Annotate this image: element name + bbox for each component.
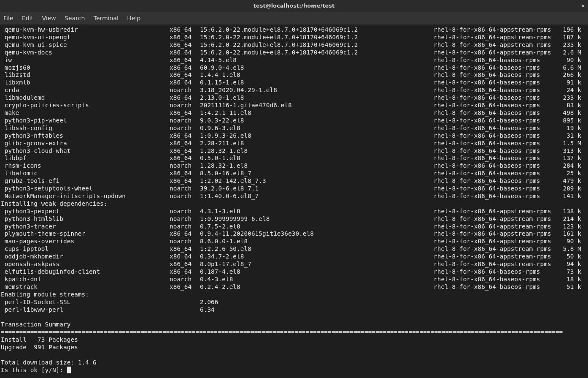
package-row: plymouth-theme-spinnerx86_640.9.4-11.202…	[1, 230, 585, 238]
pkg-version: 1:1.40.0-6.el8_7	[200, 193, 434, 200]
pkg-version: 2.28-211.el8	[200, 140, 434, 147]
pkg-version: 15:6.2.0-22.module+el8.7.0+18170+646069c…	[200, 49, 434, 57]
package-row: qemu-kvm-ui-openglx86_6415:6.2.0-22.modu…	[1, 34, 585, 41]
pkg-arch: x86_64	[170, 26, 200, 34]
pkg-size: 233 k	[554, 94, 581, 102]
close-icon[interactable]: ×	[581, 0, 585, 12]
window-title: test@localhost:/home/test	[254, 3, 335, 9]
pkg-repo: rhel-8-for-x86_64-appstream-rpms	[434, 41, 554, 49]
module-version: 6.34	[200, 306, 434, 314]
pkg-repo: rhel-8-for-x86_64-appstream-rpms	[434, 26, 554, 34]
summary-download: Total download size: 1.4 G	[1, 359, 585, 367]
pkg-name: libmodulemd	[1, 94, 170, 102]
pkg-arch: noarch	[170, 215, 200, 223]
pkg-name: elfutils-debuginfod-client	[1, 268, 170, 276]
pkg-size: 289 k	[554, 185, 581, 193]
pkg-version: 1:4.2.1-11.el8	[200, 109, 434, 117]
package-row: crdanoarch3.18_2020.04.29-1.el8rhel-8-fo…	[1, 87, 585, 94]
pkg-size: 83 k	[554, 102, 581, 109]
module-name: perl-libwww-perl	[1, 306, 170, 314]
summary-heading: Transaction Summary	[1, 321, 585, 329]
pkg-repo: rhel-8-for-x86_64-baseos-rpms	[434, 162, 554, 170]
pkg-version: 4.14-5.el8	[200, 57, 434, 64]
pkg-size: 161 k	[554, 230, 581, 238]
pkg-name: cups-ipptool	[1, 245, 170, 253]
menu-file[interactable]: File	[3, 15, 13, 22]
pkg-version: 15:6.2.0-22.module+el8.7.0+18170+646069c…	[200, 26, 434, 34]
menu-help[interactable]: Help	[127, 15, 140, 22]
cursor-icon	[67, 367, 71, 373]
pkg-size: 479 k	[554, 177, 581, 185]
module-row: perl-IO-Socket-SSL 2.066	[1, 299, 585, 306]
package-row: python3-tracernoarch0.7.5-2.el8rhel-8-fo…	[1, 223, 585, 231]
pkg-arch: x86_64	[170, 230, 200, 238]
package-row: libssh-confignoarch0.9.6-3.el8rhel-8-for…	[1, 125, 585, 132]
pkg-repo: rhel-8-for-x86_64-baseos-rpms	[434, 117, 554, 125]
pkg-version: 0.9.4-11.20200615git1e36e30.el8	[200, 230, 434, 238]
package-row: python3-html5libnoarch1:0.999999999-6.el…	[1, 215, 585, 223]
package-row: crypto-policies-scriptsnoarch20211116-1.…	[1, 102, 585, 109]
pkg-repo: rhel-8-for-x86_64-baseos-rpms	[434, 132, 554, 140]
menu-edit[interactable]: Edit	[22, 15, 33, 22]
pkg-arch: x86_64	[170, 253, 200, 261]
pkg-size: 123 k	[554, 223, 581, 231]
pkg-name: qemu-kvm-ui-opengl	[1, 34, 170, 41]
pkg-name: python3-tracer	[1, 223, 170, 231]
package-row: libzstdx86_641.4.4-1.el8rhel-8-for-x86_6…	[1, 71, 585, 79]
module-version: 2.066	[200, 299, 434, 306]
pkg-arch: noarch	[170, 208, 200, 215]
pkg-size: 31 k	[554, 132, 581, 140]
package-row: libbpfx86_640.5.0-1.el8rhel-8-for-x86_64…	[1, 155, 585, 162]
pkg-arch: x86_64	[170, 170, 200, 177]
pkg-size: 266 k	[554, 71, 581, 79]
summary-upgrade: Upgrade 991 Packages	[1, 344, 585, 351]
pkg-name: openssh-askpass	[1, 261, 170, 268]
pkg-arch: x86_64	[170, 109, 200, 117]
pkg-version: 9.0.3-22.el8	[200, 117, 434, 125]
pkg-size: 498 k	[554, 109, 581, 117]
pkg-name: kpatch-dnf	[1, 276, 170, 283]
pkg-arch: noarch	[170, 193, 200, 200]
pkg-name: libzstd	[1, 71, 170, 79]
package-row: openssh-askpassx86_648.0p1-17.el8_7rhel-…	[1, 261, 585, 268]
pkg-size: 138 k	[554, 208, 581, 215]
pkg-name: python3-pexpect	[1, 208, 170, 215]
menu-view[interactable]: View	[42, 15, 56, 22]
pkg-name: rhsm-icons	[1, 162, 170, 170]
pkg-name: NetworkManager-initscripts-updown	[1, 193, 170, 200]
terminal-output[interactable]: qemu-kvm-hw-usbredirx86_6415:6.2.0-22.mo…	[0, 24, 588, 374]
package-row: qemu-kvm-ui-spicex86_6415:6.2.0-22.modul…	[1, 41, 585, 49]
pkg-size: 313 k	[554, 147, 581, 155]
pkg-name: libbpf	[1, 155, 170, 162]
pkg-size: 19 k	[554, 125, 581, 132]
pkg-arch: x86_64	[170, 147, 200, 155]
pkg-name: libssh-config	[1, 125, 170, 132]
pkg-repo: rhel-8-for-x86_64-baseos-rpms	[434, 109, 554, 117]
pkg-name: python3-nftables	[1, 132, 170, 140]
pkg-name: plymouth-theme-spinner	[1, 230, 170, 238]
package-row: mozjs60x86_6460.9.0-4.el8rhel-8-for-x86_…	[1, 64, 585, 72]
pkg-name: python3-html5lib	[1, 215, 170, 223]
pkg-name: crda	[1, 87, 170, 94]
confirm-prompt[interactable]: Is this ok [y/N]:	[1, 367, 585, 374]
pkg-size: 137 k	[554, 155, 581, 162]
pkg-arch: x86_64	[170, 64, 200, 72]
pkg-arch: x86_64	[170, 177, 200, 185]
menu-search[interactable]: Search	[65, 15, 85, 22]
pkg-repo: rhel-8-for-x86_64-appstream-rpms	[434, 238, 554, 245]
pkg-repo: rhel-8-for-x86_64-appstream-rpms	[434, 223, 554, 231]
pkg-version: 15:6.2.0-22.module+el8.7.0+18170+646069c…	[200, 41, 434, 49]
pkg-version: 0.5.0-1.el8	[200, 155, 434, 162]
pkg-repo: rhel-8-for-x86_64-baseos-rpms	[434, 147, 554, 155]
pkg-arch: x86_64	[170, 49, 200, 57]
pkg-repo: rhel-8-for-x86_64-baseos-rpms	[434, 140, 554, 147]
pkg-version: 0.34.7-2.el8	[200, 253, 434, 261]
pkg-size: 187 k	[554, 34, 581, 41]
package-row: libatomicx86_648.5.0-16.el8_7rhel-8-for-…	[1, 170, 585, 177]
menu-terminal[interactable]: Terminal	[94, 15, 119, 22]
pkg-repo: rhel-8-for-x86_64-baseos-rpms	[434, 57, 554, 64]
pkg-arch: noarch	[170, 223, 200, 231]
pkg-name: man-pages-overrides	[1, 238, 170, 245]
package-row: makex86_641:4.2.1-11.el8rhel-8-for-x86_6…	[1, 109, 585, 117]
pkg-version: 1:0.999999999-6.el8	[200, 215, 434, 223]
